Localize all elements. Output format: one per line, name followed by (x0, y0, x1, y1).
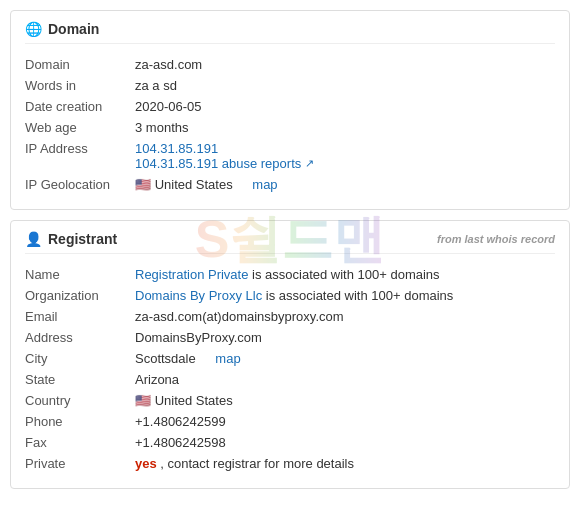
words-in-row: Words in za a sd (25, 75, 555, 96)
private-rest-text: , contact registrar for more details (160, 456, 354, 471)
registrant-private-label: Private (25, 456, 135, 471)
date-creation-value: 2020-06-05 (135, 99, 555, 114)
ip-address-label: IP Address (25, 141, 135, 156)
ip-geo-value: 🇺🇸 United States map (135, 177, 555, 192)
ip-abuse-link[interactable]: 104.31.85.191 abuse reports (135, 156, 301, 171)
registrant-city-row: City Scottsdale map (25, 348, 555, 369)
ip-link[interactable]: 104.31.85.191 (135, 141, 218, 156)
registrant-address-row: Address DomainsByProxy.com (25, 327, 555, 348)
registrant-address-label: Address (25, 330, 135, 345)
domain-row: Domain za-asd.com (25, 54, 555, 75)
city-map-link[interactable]: map (215, 351, 240, 366)
registrant-country-value: 🇺🇸 United States (135, 393, 555, 408)
ip-address-value: 104.31.85.191 104.31.85.191 abuse report… (135, 141, 555, 171)
registrant-city-label: City (25, 351, 135, 366)
date-creation-label: Date creation (25, 99, 135, 114)
registrant-phone-value: +1.4806242599 (135, 414, 555, 429)
from-last-record: from last whois record (437, 233, 555, 245)
domain-value: za-asd.com (135, 57, 555, 72)
registrant-state-row: State Arizona (25, 369, 555, 390)
domain-globe-icon: 🌐 (25, 21, 42, 37)
ip-geo-country: United States (155, 177, 233, 192)
registrant-fax-row: Fax +1.4806242598 (25, 432, 555, 453)
country-name: United States (155, 393, 233, 408)
external-link-icon: ↗ (305, 157, 314, 170)
date-creation-row: Date creation 2020-06-05 (25, 96, 555, 117)
registrant-private-row: Private yes , contact registrar for more… (25, 453, 555, 474)
registrant-org-row: Organization Domains By Proxy Llc is ass… (25, 285, 555, 306)
registrant-address-value: DomainsByProxy.com (135, 330, 555, 345)
registrant-city-value: Scottsdale map (135, 351, 555, 366)
registrant-name-value: Registration Private is associated with … (135, 267, 555, 282)
web-age-value: 3 months (135, 120, 555, 135)
domain-header-label: Domain (48, 21, 99, 37)
us-flag-icon: 🇺🇸 (135, 177, 151, 192)
registrant-fax-value: +1.4806242598 (135, 435, 555, 450)
words-in-label: Words in (25, 78, 135, 93)
registrant-name-row: Name Registration Private is associated … (25, 264, 555, 285)
registrant-person-icon: 👤 (25, 231, 42, 247)
registrant-email-row: Email za-asd.com(at)domainsbyproxy.com (25, 306, 555, 327)
registrant-state-label: State (25, 372, 135, 387)
registrant-country-row: Country 🇺🇸 United States (25, 390, 555, 411)
ip-address-row: IP Address 104.31.85.191 104.31.85.191 a… (25, 138, 555, 174)
registration-private-link[interactable]: Registration Private (135, 267, 248, 282)
registrant-section-header: 👤 Registrant from last whois record (25, 231, 555, 254)
city-name: Scottsdale (135, 351, 196, 366)
registrant-phone-label: Phone (25, 414, 135, 429)
domain-section-header: 🌐 Domain (25, 21, 555, 44)
web-age-row: Web age 3 months (25, 117, 555, 138)
country-flag-icon: 🇺🇸 (135, 393, 151, 408)
registrant-state-value: Arizona (135, 372, 555, 387)
registrant-header-label: Registrant (48, 231, 117, 247)
ip-geo-map-link[interactable]: map (252, 177, 277, 192)
registrant-phone-row: Phone +1.4806242599 (25, 411, 555, 432)
registrant-email-value: za-asd.com(at)domainsbyproxy.com (135, 309, 555, 324)
ip-geo-label: IP Geolocation (25, 177, 135, 192)
registrant-org-label: Organization (25, 288, 135, 303)
registrant-private-value: yes , contact registrar for more details (135, 456, 555, 471)
registrant-email-label: Email (25, 309, 135, 324)
private-yes-text: yes (135, 456, 157, 471)
domain-label: Domain (25, 57, 135, 72)
registrant-name-label: Name (25, 267, 135, 282)
registrant-org-value: Domains By Proxy Llc is associated with … (135, 288, 555, 303)
words-in-value: za a sd (135, 78, 555, 93)
registrant-section: 👤 Registrant from last whois record Name… (10, 220, 570, 489)
org-link[interactable]: Domains By Proxy Llc (135, 288, 262, 303)
domain-section: 🌐 Domain Domain za-asd.com Words in za a… (10, 10, 570, 210)
web-age-label: Web age (25, 120, 135, 135)
ip-geo-row: IP Geolocation 🇺🇸 United States map (25, 174, 555, 195)
registrant-fax-label: Fax (25, 435, 135, 450)
org-association-text: is associated with 100+ domains (266, 288, 454, 303)
registrant-country-label: Country (25, 393, 135, 408)
name-association-text: is associated with 100+ domains (252, 267, 440, 282)
